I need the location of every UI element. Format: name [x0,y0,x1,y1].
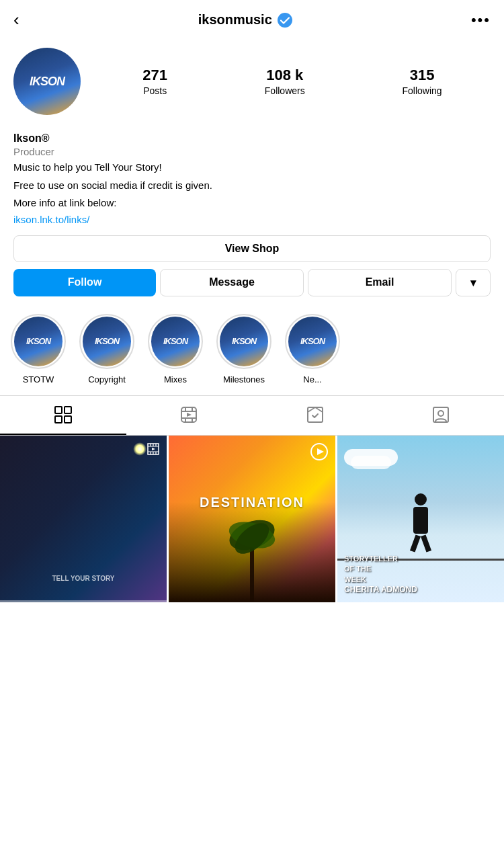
highlight-logo-2: IKSON [163,336,187,346]
reels-icon [179,405,198,424]
sotw-name: CHERITA ADMOND [344,585,417,596]
svg-marker-22 [317,448,324,455]
bio-section: Ikson® Producer Music to help you Tell Y… [0,132,504,235]
highlight-circle-1: IKSON [79,314,134,369]
highlight-label-3: Milestones [223,374,265,384]
svg-rect-3 [55,416,62,423]
tab-grid[interactable] [0,396,126,435]
svg-rect-7 [181,417,196,419]
posts-stat[interactable]: 271 Posts [142,67,167,96]
posts-label: Posts [143,85,167,96]
figure [413,493,429,552]
svg-rect-9 [192,407,193,411]
highlight-inner-0: IKSON [14,317,62,366]
back-button[interactable]: ‹ [13,9,19,30]
svg-rect-1 [55,407,62,413]
buttons-section: View Shop Follow Message Email ▾ [0,235,504,307]
following-stat[interactable]: 315 Following [402,67,442,96]
highlight-item-3[interactable]: IKSON Milestones [216,314,271,384]
sotw-overlay: STORYTELLEROF THEWEEK CHERITA ADMOND [344,554,417,596]
highlight-inner-3: IKSON [220,317,268,366]
palm-tree-icon [225,501,279,602]
bio-line1: Music to help you Tell Your Story! [13,160,491,175]
highlight-item-4[interactable]: IKSON Ne... [285,314,340,384]
highlight-item-0[interactable]: IKSON STOTW [11,314,66,384]
followers-count: 108 k [266,67,303,84]
bio-line2: Free to use on social media if credit is… [13,178,491,194]
message-button[interactable]: Message [160,269,304,296]
followers-stat[interactable]: 108 k Followers [265,67,305,96]
highlight-circle-4: IKSON [285,314,340,369]
svg-marker-12 [187,413,192,417]
highlight-label-0: STOTW [23,374,54,384]
svg-rect-4 [65,416,71,423]
highlight-logo-3: IKSON [232,336,256,346]
followers-label: Followers [265,85,305,96]
email-button[interactable]: Email [308,269,452,296]
rider-scene: TELL YOUR STORY [0,436,167,602]
highlight-item-2[interactable]: IKSON Mixes [148,314,203,384]
profile-tagged-icon [431,405,450,424]
profile-section: IKSON 271 Posts 108 k Followers 315 Foll… [0,40,504,132]
highlight-logo-1: IKSON [95,336,119,346]
bio-link[interactable]: ikson.lnk.to/links/ [13,214,89,225]
following-label: Following [402,85,442,96]
profile-top: IKSON 271 Posts 108 k Followers 315 Foll… [13,48,491,115]
stats-row: 271 Posts 108 k Followers 315 Following [94,67,491,96]
grid-post-2[interactable]: DESTINATION [169,436,335,602]
cloud-2 [351,456,391,469]
highlight-logo-0: IKSON [26,336,50,346]
highlight-label-2: Mixes [164,374,187,384]
tab-reels[interactable] [126,396,253,435]
svg-rect-2 [65,407,71,413]
road-line [0,600,167,602]
legs [413,535,429,552]
svg-point-15 [438,411,444,416]
svg-rect-8 [185,407,186,411]
body [413,507,428,534]
highlight-label-4: Ne... [303,374,321,384]
highlight-circle-3: IKSON [216,314,271,369]
action-buttons: Follow Message Email ▾ [13,269,491,296]
svg-rect-10 [185,419,186,422]
svg-rect-6 [181,411,196,412]
app-header: ‹ iksonmusic ••• [0,0,504,40]
username-label: iksonmusic [198,12,272,28]
grid-post-1[interactable]: TELL YOUR STORY [0,436,167,602]
tab-tagged[interactable] [252,396,378,435]
grid-post-3[interactable]: STORYTELLEROF THEWEEK CHERITA ADMOND [337,436,504,602]
reel-badge [145,441,161,460]
tab-bar [0,395,504,436]
highlight-inner-4: IKSON [288,317,337,366]
view-shop-button[interactable]: View Shop [13,235,491,262]
tagged-icon [306,405,325,424]
highlight-inner-1: IKSON [83,317,131,366]
head [415,493,427,505]
avatar-circle: IKSON [13,48,81,115]
light-glow [133,442,146,456]
bio-line3: More info at link below: [13,196,491,211]
verified-icon [278,13,292,28]
avatar: IKSON [13,48,81,115]
highlights-section: IKSON STOTW IKSON Copyright IKSON Mixes … [0,307,504,391]
header-title: iksonmusic [198,12,292,28]
tab-profile-tagged[interactable] [378,396,505,435]
svg-rect-13 [308,407,323,422]
avatar-logo: IKSON [30,75,65,89]
sotw-title: STORYTELLEROF THEWEEK [344,554,417,585]
highlight-item-1[interactable]: IKSON Copyright [79,314,134,384]
svg-rect-11 [192,419,193,422]
post-grid: TELL YOUR STORY DESTINATION [0,436,504,602]
svg-marker-16 [152,448,155,450]
follow-button[interactable]: Follow [13,269,156,296]
grid-icon [54,405,73,424]
play-icon [310,442,329,464]
dropdown-button[interactable]: ▾ [456,269,491,296]
highlight-inner-2: IKSON [151,317,200,366]
profile-name: Ikson® [13,132,491,145]
svg-point-0 [278,13,292,28]
highlight-circle-2: IKSON [148,314,203,369]
following-count: 315 [410,67,435,84]
more-options-button[interactable]: ••• [471,11,491,29]
tell-your-story-text: TELL YOUR STORY [52,575,115,582]
